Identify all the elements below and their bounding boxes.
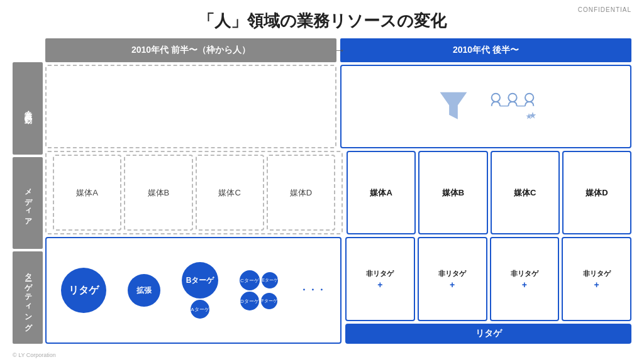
circle-f-target: Fターゲ [261,293,277,309]
non-retag-box-3: 非リタゲ + [490,237,560,321]
media-right-c: 媒体C [491,151,560,234]
ellipsis-dots: ・・・ [299,285,326,296]
media-right-b: 媒体B [418,151,487,234]
small-circles-group: Cターゲ Eターゲ Dターゲ [240,270,278,310]
col-headers: 2010年代 前半〜（枠から人） → 2010年代 後半〜 [45,38,631,62]
media-right-a: 媒体A [347,151,416,234]
media-right-d: 媒体D [562,151,631,234]
top-small-row: Cターゲ Eターゲ [240,270,278,290]
row-media: 媒体A 媒体B 媒体C 媒体D 媒体 [45,151,631,234]
row-labels: 意識・行動 メディア ターゲティング [13,38,43,344]
media-right-panel: 媒体A 媒体B 媒体C 媒体D [347,151,631,234]
arrow-icon: → [334,44,345,57]
funnel-icon [435,88,472,126]
media-left-b: 媒体B [124,155,192,231]
sub-circles-row: Aターゲ [191,300,209,319]
copyright: © LY Corporation [13,352,56,358]
awareness-right-panel [340,65,631,148]
circle-retag: リタゲ [61,268,106,313]
media-left-panel: 媒体A 媒体B 媒体C 媒体D [45,151,343,234]
non-retag-box-4: 非リタゲ + [562,237,631,321]
content-area: 2010年代 前半〜（枠から人） → 2010年代 後半〜 [45,38,631,344]
non-retag-box-1: 非リタゲ + [345,237,415,321]
bottom-small-row: Dターゲ Fターゲ [240,292,277,310]
targeting-left-panel: リタゲ 拡張 Bターゲ [45,237,341,344]
circle-c-target: Cターゲ [240,270,260,290]
page-title: 「人」領域の業務リソースの変化 [13,10,631,32]
non-retag-row: 非リタゲ + 非リタゲ + 非リタゲ + [345,237,631,321]
retag-bar: リタゲ [345,324,631,344]
svg-point-2 [525,93,533,101]
page: CONFIDENTIAL 「人」領域の業務リソースの変化 意識・行動 メディア … [0,0,644,362]
row-label-media: メディア [13,157,43,250]
awareness-left-panel [45,65,336,148]
row-label-awareness: 意識・行動 [13,62,43,155]
circle-b-target: Bターゲ [182,262,218,299]
row-label-targeting: ターゲティング [13,251,43,344]
main-layout: 意識・行動 メディア ターゲティング 2010年代 前半〜（枠から人） → 20… [13,38,631,344]
circle-e-target: Eターゲ [262,272,278,288]
circle-d-target: Dターゲ [240,292,259,310]
confidential-label: CONFIDENTIAL [578,6,631,13]
b-target-group: Bターゲ Aターゲ [182,262,218,319]
row-awareness [45,65,631,148]
non-retag-box-2: 非リタゲ + [418,237,487,321]
row-targeting: リタゲ 拡張 Bターゲ [45,237,631,344]
media-left-a: 媒体A [53,155,121,231]
svg-point-0 [491,93,499,101]
content-rows: 媒体A 媒体B 媒体C 媒体D 媒体 [45,65,631,344]
media-left-c: 媒体C [196,155,264,231]
media-left-d: 媒体D [267,155,335,231]
circle-a-target: Aターゲ [191,300,209,319]
people-icon [487,88,538,126]
col-header-left: 2010年代 前半〜（枠から人） → [45,38,336,62]
targeting-right-panel: 非リタゲ + 非リタゲ + 非リタゲ + [345,237,631,344]
circle-expand: 拡張 [128,274,160,307]
col-header-right: 2010年代 後半〜 [340,38,631,62]
svg-point-1 [508,93,516,101]
